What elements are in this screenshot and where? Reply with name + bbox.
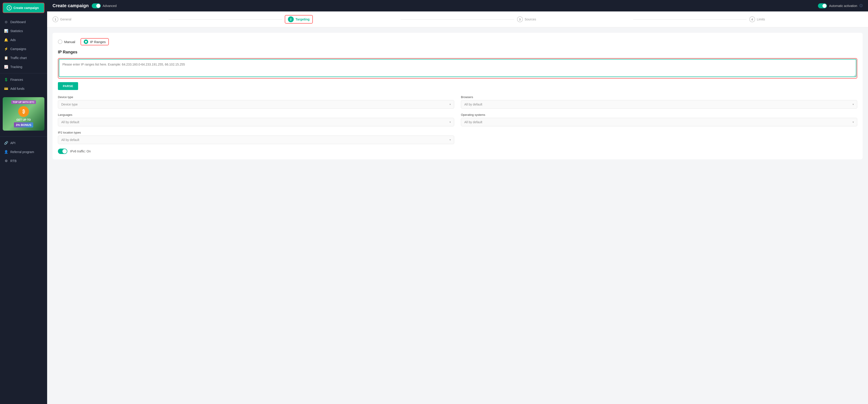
tracking-icon: 📈 xyxy=(4,65,8,69)
ipv6-row: IPv6 traffic: On xyxy=(58,149,857,154)
sidebar-item-tracking[interactable]: 📈 Tracking xyxy=(0,62,47,71)
languages-field: Languages All by default ▾ xyxy=(58,113,454,126)
languages-chevron-icon: ▾ xyxy=(450,121,451,124)
radio-manual-label: Manual xyxy=(64,40,75,44)
banner-bonus-label: GET UP TO xyxy=(6,118,41,121)
os-value: All by default xyxy=(464,120,482,124)
os-chevron-icon: ▾ xyxy=(852,121,854,124)
sidebar-nav: ⊙ Dashboard 📊 Statistics 🔔 Ads ⚡ Campaig… xyxy=(0,16,47,95)
campaigns-icon: ⚡ xyxy=(4,47,8,51)
traffic-chart-icon: 📋 xyxy=(4,56,8,60)
api-icon: 🔗 xyxy=(4,141,8,145)
sidebar-item-dashboard[interactable]: ⊙ Dashboard xyxy=(0,18,47,27)
advanced-label: Advanced xyxy=(102,4,117,8)
step-line-2 xyxy=(401,19,514,20)
radio-ip-ranges-circle xyxy=(84,39,88,44)
parse-button[interactable]: PARSE xyxy=(58,82,78,90)
ipv6-toggle-knob xyxy=(62,149,67,154)
sidebar-divider-1 xyxy=(0,73,47,73)
ip2-label: IP2 location types xyxy=(58,131,454,134)
sidebar-item-traffic-chart[interactable]: 📋 Traffic chart xyxy=(0,54,47,62)
plus-icon: + xyxy=(7,5,12,10)
step-limits[interactable]: 4 Limits xyxy=(749,17,863,22)
sidebar-nav-bottom: 🔗 API 👤 Referral program ⚙ RTB xyxy=(0,133,47,167)
steps-bar: 1 General 2 Targeting 3 Sources 4 Limits xyxy=(47,11,868,27)
banner-top-label: TOP UP WITH BTC xyxy=(11,100,36,104)
add-funds-icon: 💳 xyxy=(4,87,8,91)
topbar-left: Create campaign Advanced xyxy=(53,3,117,8)
sidebar-item-api[interactable]: 🔗 API xyxy=(0,138,47,148)
step-general-label: General xyxy=(60,18,71,21)
auto-activation-toggle-knob xyxy=(823,4,827,8)
step-sources[interactable]: 3 Sources xyxy=(517,17,630,22)
rtb-icon: ⚙ xyxy=(4,159,8,163)
sidebar-item-traffic-chart-label: Traffic chart xyxy=(10,56,27,60)
sidebar-item-campaigns[interactable]: ⚡ Campaigns xyxy=(0,44,47,54)
banner-bonus-value: 3% BONUS xyxy=(14,122,33,127)
page-title: Create campaign xyxy=(53,3,89,8)
radio-manual-circle xyxy=(58,39,62,44)
browsers-value: All by default xyxy=(464,102,482,106)
content-card: Manual IP Ranges IP Ranges PARSE Device … xyxy=(53,33,863,159)
advanced-toggle[interactable] xyxy=(92,3,101,8)
browsers-label: Browsers xyxy=(461,95,857,99)
auto-activation-toggle[interactable] xyxy=(818,3,827,8)
step-targeting-num: 2 xyxy=(288,17,294,22)
ipv6-label: IPv6 traffic: On xyxy=(70,150,91,153)
languages-select[interactable]: All by default ▾ xyxy=(58,118,454,126)
sidebar-item-finances-label: Finances xyxy=(10,78,23,82)
device-type-select[interactable]: Device type ▾ xyxy=(58,100,454,108)
btc-icon: ₿ xyxy=(18,106,29,117)
languages-label: Languages xyxy=(58,113,454,117)
os-select[interactable]: All by default ▾ xyxy=(461,118,857,126)
os-field: Operating systems All by default ▾ xyxy=(461,113,857,126)
advanced-toggle-knob xyxy=(96,4,100,8)
ip2-value: All by default xyxy=(61,138,79,142)
browsers-field: Browsers All by default ▾ xyxy=(461,95,857,108)
sidebar-item-rtb-label: RTB xyxy=(10,159,17,163)
languages-value: All by default xyxy=(61,120,79,124)
ip-textarea-wrapper xyxy=(58,58,857,79)
ip-ranges-textarea[interactable] xyxy=(59,59,856,77)
content-area: Manual IP Ranges IP Ranges PARSE Device … xyxy=(47,27,868,404)
radio-manual[interactable]: Manual xyxy=(58,39,75,44)
step-general[interactable]: 1 General xyxy=(53,17,166,22)
topbar-right: Automatic activation ⓘ xyxy=(818,3,863,8)
device-type-value: Device type xyxy=(61,102,78,106)
browsers-select[interactable]: All by default ▾ xyxy=(461,100,857,108)
ads-icon: 🔔 xyxy=(4,38,8,42)
browsers-chevron-icon: ▾ xyxy=(852,103,854,106)
sidebar-item-add-funds[interactable]: 💳 Add funds xyxy=(0,84,47,93)
step-limits-num: 4 xyxy=(749,17,755,22)
ipv6-toggle[interactable] xyxy=(58,149,67,154)
ip2-chevron-icon: ▾ xyxy=(450,138,451,142)
create-campaign-label: Create campaign xyxy=(13,6,39,10)
sidebar-divider-2 xyxy=(0,136,47,137)
step-line-3 xyxy=(633,19,746,20)
step-targeting-box: 2 Targeting xyxy=(285,15,313,24)
sidebar-item-rtb[interactable]: ⚙ RTB xyxy=(0,156,47,165)
step-targeting[interactable]: 2 Targeting xyxy=(285,15,398,24)
ip2-select[interactable]: All by default ▾ xyxy=(58,135,454,144)
sidebar-item-referral-label: Referral program xyxy=(10,150,34,154)
sidebar-item-finances[interactable]: 💲 Finances xyxy=(0,75,47,84)
sidebar: + Create campaign ⊙ Dashboard 📊 Statisti… xyxy=(0,0,47,404)
step-general-num: 1 xyxy=(53,17,58,22)
advanced-toggle-wrap[interactable]: Advanced xyxy=(92,3,117,8)
btc-banner[interactable]: TOP UP WITH BTC ₿ GET UP TO 3% BONUS xyxy=(3,97,44,131)
topbar: Create campaign Advanced Automatic activ… xyxy=(47,0,868,11)
sidebar-item-ads-label: Ads xyxy=(10,38,16,42)
ip2-field: IP2 location types All by default ▾ xyxy=(58,131,454,144)
sidebar-item-statistics[interactable]: 📊 Statistics xyxy=(0,27,47,35)
sidebar-item-referral[interactable]: 👤 Referral program xyxy=(0,148,47,156)
step-line-1 xyxy=(168,19,282,20)
device-type-field: Device type Device type ▾ xyxy=(58,95,454,108)
step-limits-label: Limits xyxy=(757,18,765,21)
create-campaign-button[interactable]: + Create campaign xyxy=(3,3,44,13)
sidebar-item-campaigns-label: Campaigns xyxy=(10,47,26,51)
step-targeting-label: Targeting xyxy=(296,18,310,21)
sidebar-item-ads[interactable]: 🔔 Ads xyxy=(0,35,47,44)
statistics-icon: 📊 xyxy=(4,29,8,33)
step-sources-num: 3 xyxy=(517,17,523,22)
radio-ip-ranges[interactable]: IP Ranges xyxy=(81,38,109,45)
